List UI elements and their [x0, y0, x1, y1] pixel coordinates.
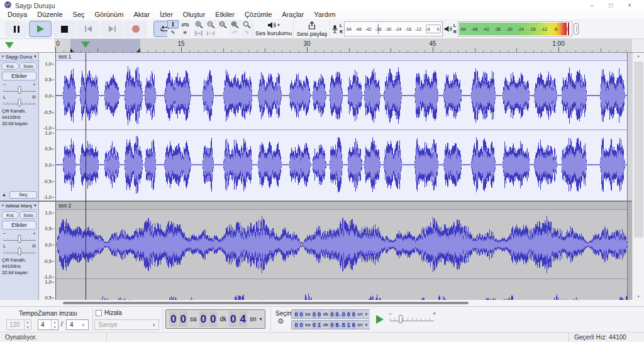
solo-button[interactable]: Solo — [19, 211, 37, 219]
pan-slider-track[interactable] — [3, 251, 36, 253]
audio-setup-button[interactable]: ▾ Ses kurulumu — [254, 20, 293, 38]
pan-slider[interactable]: L R — [2, 243, 37, 256]
audio-clip-ses2[interactable]: ses 2 — [56, 202, 628, 300]
time-digit[interactable]: 0 — [347, 311, 351, 318]
menu-item[interactable]: Yardım — [309, 11, 341, 19]
menu-item[interactable]: Dosya — [3, 11, 32, 19]
close-button[interactable]: × — [628, 3, 631, 9]
track-close-button[interactable]: × — [1, 203, 4, 208]
menu-item[interactable]: Oluştur — [178, 11, 210, 19]
time-digit[interactable]: 0 — [341, 311, 346, 318]
time-digit[interactable]: 0 — [352, 311, 356, 318]
pause-button[interactable] — [5, 21, 28, 37]
play-button[interactable] — [29, 21, 52, 37]
menu-item[interactable]: Aktar — [128, 11, 155, 19]
redo-button[interactable]: ↷ — [241, 29, 252, 37]
time-digit[interactable]: 0 — [335, 311, 339, 318]
undo-button[interactable]: ↶ — [229, 29, 240, 37]
menu-item[interactable]: İzler — [155, 11, 178, 19]
play-at-speed-button[interactable] — [374, 313, 386, 326]
track-menu-caret-icon[interactable]: ▼ — [33, 55, 37, 58]
gain-slider[interactable]: − + — [2, 82, 37, 94]
stop-button[interactable] — [53, 21, 75, 37]
selection-time-field[interactable]: 00sa00dk00,000sn▾ — [291, 309, 370, 319]
skip-to-end-button[interactable] — [101, 21, 123, 37]
selection-tool-button[interactable]: I — [167, 20, 179, 28]
silence-audio-button[interactable] — [205, 29, 216, 37]
track-2-name[interactable]: İstiklal Marşı ( — [6, 203, 32, 209]
time-digit[interactable]: 0 — [209, 311, 217, 327]
effects-button[interactable]: Etkiler — [2, 221, 36, 229]
time-digit[interactable]: 0 — [299, 321, 304, 329]
tempo-spinner[interactable]: 120 ▲▼ — [6, 319, 31, 330]
time-digit[interactable]: 0 — [294, 321, 299, 329]
time-digit[interactable]: 0 — [312, 311, 316, 318]
time-digit[interactable]: 0 — [317, 311, 321, 318]
pan-slider-track[interactable] — [3, 102, 36, 104]
effects-button[interactable]: Etkiler — [2, 72, 36, 80]
envelope-tool-button[interactable] — [179, 20, 191, 28]
checkbox-box[interactable] — [96, 310, 102, 316]
draw-tool-button[interactable]: ✎ — [167, 29, 179, 37]
fit-project-button[interactable] — [229, 20, 240, 28]
waveform-track1-right[interactable] — [56, 130, 628, 199]
time-digit[interactable]: 0 — [199, 311, 208, 327]
dropdown-caret-icon[interactable]: ▾ — [365, 312, 368, 317]
mute-button[interactable]: Kıs — [1, 62, 19, 70]
time-signature-denominator[interactable]: 4 ∨ — [66, 319, 89, 330]
trim-audio-button[interactable] — [193, 29, 204, 37]
vertical-scrollbar[interactable]: ▲ ▼ — [632, 53, 644, 300]
spin-up-icon[interactable]: ▲ — [26, 320, 29, 325]
recording-meter[interactable]: LR -54-48-42-36-30-24-18-12-60 — [331, 21, 443, 37]
time-digit[interactable]: 0 — [330, 311, 334, 318]
time-digit[interactable]: 0 — [229, 311, 237, 327]
time-ruler[interactable]: 01530451:00 — [55, 39, 632, 53]
multi-tool-button[interactable]: ✳ — [179, 29, 191, 37]
menu-item[interactable]: Düzenle — [32, 11, 67, 19]
pan-slider-thumb[interactable] — [18, 248, 21, 255]
time-digit[interactable]: 0 — [330, 321, 334, 329]
spin-up-icon[interactable]: ▲ — [53, 320, 56, 325]
dropdown-caret-icon[interactable]: ▾ — [365, 323, 368, 328]
gain-slider[interactable]: − + — [2, 231, 37, 243]
menu-item[interactable]: Araçlar — [277, 11, 309, 19]
time-digit[interactable]: 1 — [317, 321, 321, 329]
gain-slider-thumb[interactable] — [18, 235, 21, 243]
snap-checkbox[interactable]: Hizala — [96, 309, 122, 316]
gain-slider-track[interactable] — [3, 89, 36, 92]
track-menu-caret-icon[interactable]: ▼ — [33, 204, 37, 207]
track-1-waveform-area[interactable]: ses 1 — [55, 53, 632, 201]
time-digit[interactable]: 0 — [312, 321, 316, 329]
time-digit[interactable]: 5 — [341, 321, 346, 329]
select-button[interactable]: Seç — [9, 191, 37, 199]
menu-item[interactable]: Seç — [68, 11, 90, 19]
zoom-toggle-button[interactable] — [241, 20, 252, 28]
timeline-pin-icon[interactable] — [5, 42, 14, 48]
spin-down-icon[interactable]: ▼ — [53, 325, 56, 330]
selection-time-field[interactable]: 00sa01dk08,516sn▾ — [291, 320, 370, 329]
time-digit[interactable]: 0 — [299, 311, 304, 318]
time-signature-numerator[interactable]: 4 ▲▼ — [38, 319, 58, 330]
playback-meter[interactable]: LR -54-48-42-36-30-24-18-12-60 — [444, 21, 579, 37]
time-digit[interactable]: 6 — [352, 321, 356, 329]
scroll-up-icon[interactable]: ▲ — [633, 54, 644, 58]
clip-name-ses1[interactable]: ses 1 — [56, 53, 627, 61]
scroll-down-icon[interactable]: ▼ — [633, 295, 644, 299]
time-digit[interactable]: 4 — [238, 311, 247, 327]
maximize-button[interactable]: □ — [609, 3, 613, 9]
timeline-options[interactable] — [0, 39, 55, 53]
waveform-track1-left[interactable] — [56, 61, 628, 130]
zoom-in-button[interactable] — [193, 20, 204, 28]
speed-slider-thumb[interactable] — [399, 315, 402, 323]
time-digit[interactable]: 0 — [294, 311, 299, 318]
audio-clip-ses1[interactable]: ses 1 — [56, 53, 628, 201]
menu-item[interactable]: Çözümle — [240, 11, 277, 19]
menu-item[interactable]: Görünüm — [90, 11, 129, 19]
pan-slider-thumb[interactable] — [18, 99, 21, 106]
skip-to-start-button[interactable] — [77, 21, 99, 37]
gain-slider-thumb[interactable] — [18, 86, 21, 94]
spinner-arrows[interactable]: ▲▼ — [51, 320, 58, 329]
collapse-button[interactable]: ▲ — [2, 192, 6, 197]
minimize-button[interactable]: – — [591, 3, 594, 9]
menu-item[interactable]: Etkiler — [210, 11, 240, 19]
